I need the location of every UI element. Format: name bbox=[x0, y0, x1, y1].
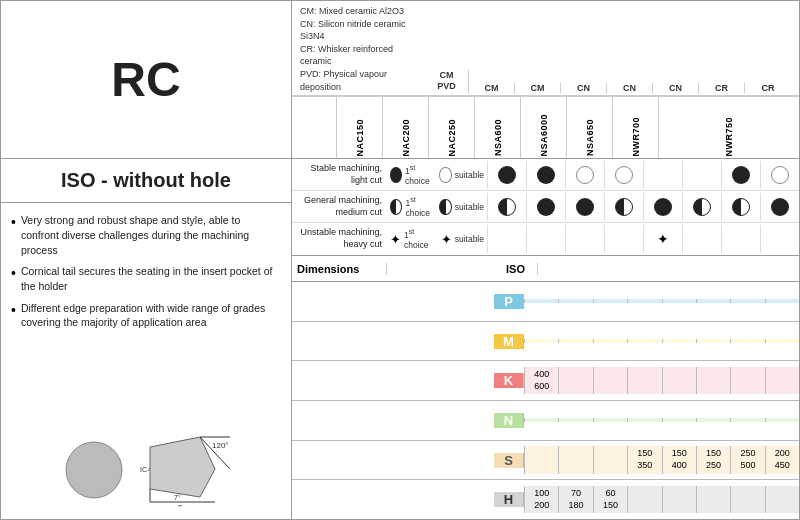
choice-half2-icon bbox=[439, 199, 451, 215]
bullet-1: • Very strong and robust shape and style… bbox=[11, 213, 281, 257]
rc-title-cell: RC bbox=[1, 1, 292, 158]
col-nwr750: NWR750 bbox=[658, 97, 799, 158]
col-nac250: NAC250 bbox=[428, 97, 474, 158]
iso-col-label: ISO bbox=[494, 263, 538, 275]
left-panel: ISO - without hole • Very strong and rob… bbox=[1, 159, 292, 519]
grade-tag-k: K bbox=[494, 373, 524, 388]
svg-point-0 bbox=[66, 442, 122, 498]
col-headers-row: NAC150 NAC200 NAC250 NSA600 NSA6000 NSA6… bbox=[292, 96, 799, 158]
top-col-labels: CMPVD CM CM CN CN CN CR CR bbox=[425, 5, 791, 93]
unstable-data-cells: ✦ bbox=[487, 225, 799, 253]
grade-row-n: N bbox=[292, 401, 799, 441]
col-nac200: NAC200 bbox=[382, 97, 428, 158]
grade-row-m: M bbox=[292, 322, 799, 362]
col-nsa600: NSA600 bbox=[474, 97, 520, 158]
header-row: RC CM: Mixed ceramic Al2O3 CN: Silicon n… bbox=[1, 1, 799, 159]
dimensions-row: Dimensions ISO bbox=[292, 256, 799, 282]
insert-shape: 120° 7° IC S bbox=[140, 432, 240, 509]
choice-half-icon bbox=[390, 199, 402, 215]
legend-row: CM: Mixed ceramic Al2O3 CN: Silicon nitr… bbox=[292, 1, 799, 96]
header-right: CM: Mixed ceramic Al2O3 CN: Silicon nitr… bbox=[292, 1, 799, 158]
svg-marker-1 bbox=[150, 437, 215, 497]
col-nsa650: NSA650 bbox=[566, 97, 612, 158]
grade-section: P M bbox=[292, 282, 799, 519]
machining-row-stable: Stable machining,light cut 1st choice su… bbox=[292, 159, 799, 191]
grade-row-s: S 150350 150400 150250 250500 200450 bbox=[292, 441, 799, 481]
diagram-area: 120° 7° IC S bbox=[1, 422, 291, 519]
stable-data-cells bbox=[487, 161, 799, 189]
col-nwr700: NWR700 bbox=[612, 97, 658, 158]
bullet-3: • Different edge preparation with wide r… bbox=[11, 301, 281, 330]
svg-text:7°: 7° bbox=[174, 494, 181, 501]
machining-row-unstable: Unstable machining,heavy cut ✦ 1st choic… bbox=[292, 223, 799, 255]
svg-text:120°: 120° bbox=[212, 441, 229, 450]
grade-tag-n: N bbox=[494, 413, 524, 428]
main-content: ISO - without hole • Very strong and rob… bbox=[1, 159, 799, 519]
bullet-section: • Very strong and robust shape and style… bbox=[1, 203, 291, 422]
bullet-2: • Cornical tail secures the seating in t… bbox=[11, 264, 281, 293]
grade-row-k: K 400600 bbox=[292, 361, 799, 401]
general-data-cells bbox=[487, 193, 799, 221]
legend-text: CM: Mixed ceramic Al2O3 CN: Silicon nitr… bbox=[300, 5, 425, 93]
grade-tag-p: P bbox=[494, 294, 524, 309]
choice-filled-icon bbox=[390, 167, 402, 183]
grade-tag-s: S bbox=[494, 453, 524, 468]
svg-text:IC: IC bbox=[140, 466, 147, 473]
grade-row-p: P bbox=[292, 282, 799, 322]
grade-tag-h: H bbox=[494, 492, 524, 507]
main-container: RC CM: Mixed ceramic Al2O3 CN: Silicon n… bbox=[0, 0, 800, 520]
machining-section: Stable machining,light cut 1st choice su… bbox=[292, 159, 799, 256]
star-icon-1: ✦ bbox=[390, 232, 401, 247]
circle-shape bbox=[63, 439, 125, 503]
machining-row-general: General machining,medium cut 1st choice … bbox=[292, 191, 799, 223]
star-cell-icon: ✦ bbox=[657, 231, 669, 247]
iso-title: ISO - without hole bbox=[1, 159, 291, 203]
star-icon-2: ✦ bbox=[441, 232, 452, 247]
svg-text:S: S bbox=[178, 504, 183, 507]
grade-tag-m: M bbox=[494, 334, 524, 349]
right-panel: Stable machining,light cut 1st choice su… bbox=[292, 159, 799, 519]
dimensions-label: Dimensions bbox=[292, 263, 387, 275]
col-nac150: NAC150 bbox=[336, 97, 382, 158]
col-nsa6000: NSA6000 bbox=[520, 97, 566, 158]
choice-empty-icon bbox=[439, 167, 452, 183]
rc-title: RC bbox=[111, 52, 180, 107]
grade-row-h: H 100200 70180 60150 bbox=[292, 480, 799, 519]
